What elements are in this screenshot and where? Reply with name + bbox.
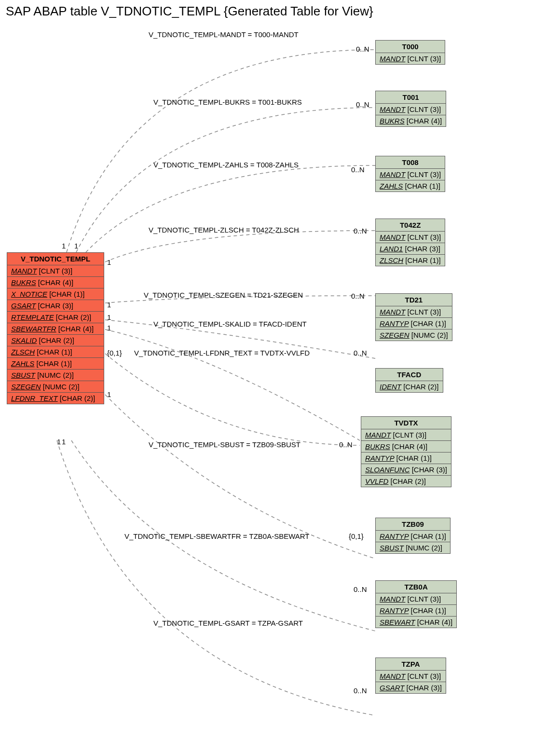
entity-tfacd: TFACD IDENT [CHAR (2)] bbox=[375, 368, 443, 393]
er-diagram: V_TDNOTIC_TEMPL MANDT [CLNT (3)] BUKRS [… bbox=[4, 21, 556, 754]
entity-field: RANTYP [CHAR (1)] bbox=[361, 452, 451, 464]
entity-field: SBEWART [CHAR (4)] bbox=[376, 617, 456, 628]
entity-field: SZEGEN [NUMC (2)] bbox=[376, 329, 452, 341]
entity-field: VVLFD [CHAR (2)] bbox=[361, 476, 451, 487]
entity-t000: T000 MANDT [CLNT (3)] bbox=[375, 40, 445, 65]
entity-field: LAND1 [CHAR (3)] bbox=[376, 243, 445, 255]
cardinality-left: 1 bbox=[107, 324, 111, 332]
relation-label: V_TDNOTIC_TEMPL-MANDT = T000-MANDT bbox=[149, 30, 299, 39]
relation-label: V_TDNOTIC_TEMPL-GSART = TZPA-GSART bbox=[153, 619, 303, 627]
cardinality-left: {0,1} bbox=[107, 349, 122, 357]
relation-label: V_TDNOTIC_TEMPL-SBUST = TZB09-SBUST bbox=[149, 440, 300, 449]
entity-header: TZB0A bbox=[376, 581, 456, 593]
entity-field: BUKRS [CHAR (4)] bbox=[361, 441, 451, 452]
relation-label: V_TDNOTIC_TEMPL-SKALID = TFACD-IDENT bbox=[153, 320, 307, 328]
entity-main-field: ZLSCH [CHAR (1)] bbox=[7, 346, 104, 358]
entity-header: TZB09 bbox=[376, 518, 450, 531]
entity-main-header: V_TDNOTIC_TEMPL bbox=[7, 253, 104, 265]
entity-tzpa: TZPA MANDT [CLNT (3)] GSART [CHAR (3)] bbox=[375, 658, 446, 694]
entity-field: IDENT [CHAR (2)] bbox=[376, 381, 443, 392]
entity-field: MANDT [CLNT (3)] bbox=[361, 429, 451, 441]
entity-main-field: BUKRS [CHAR (4)] bbox=[7, 277, 104, 288]
entity-td21: TD21 MANDT [CLNT (3)] RANTYP [CHAR (1)] … bbox=[375, 293, 452, 341]
relation-label: V_TDNOTIC_TEMPL-LFDNR_TEXT = TVDTX-VVLFD bbox=[134, 349, 310, 357]
entity-field: GSART [CHAR (3)] bbox=[376, 682, 446, 693]
entity-main: V_TDNOTIC_TEMPL MANDT [CLNT (3)] BUKRS [… bbox=[7, 252, 104, 404]
entity-field: MANDT [CLNT (3)] bbox=[376, 232, 445, 243]
entity-main-field: MANDT [CLNT (3)] bbox=[7, 265, 104, 277]
cardinality-right: 0..N bbox=[354, 227, 367, 235]
entity-field: MANDT [CLNT (3)] bbox=[376, 593, 456, 605]
cardinality-right: 0..N bbox=[356, 45, 369, 53]
cardinality-left: 1 bbox=[74, 242, 78, 250]
entity-field: BUKRS [CHAR (4)] bbox=[376, 115, 446, 126]
cardinality-right: 0..N bbox=[354, 686, 367, 695]
cardinality-left: 1 bbox=[107, 301, 111, 309]
cardinality-left: 1 bbox=[107, 313, 111, 321]
entity-field: MANDT [CLNT (3)] bbox=[376, 169, 445, 180]
entity-field: ZAHLS [CHAR (1)] bbox=[376, 180, 445, 192]
entity-header: TVDTX bbox=[361, 417, 451, 429]
entity-field: MANDT [CLNT (3)] bbox=[376, 306, 452, 318]
entity-field: SBUST [NUMC (2)] bbox=[376, 542, 450, 553]
cardinality-right: 0..N bbox=[351, 292, 365, 300]
entity-header: TD21 bbox=[376, 294, 452, 306]
entity-field: MANDT [CLNT (3)] bbox=[376, 53, 445, 64]
relation-label: V_TDNOTIC_TEMPL-ZLSCH = T042Z-ZLSCH bbox=[149, 226, 299, 234]
entity-field: RANTYP [CHAR (1)] bbox=[376, 605, 456, 617]
entity-tvdtx: TVDTX MANDT [CLNT (3)] BUKRS [CHAR (4)] … bbox=[361, 416, 451, 487]
entity-header: TFACD bbox=[376, 369, 443, 381]
entity-field: MANDT [CLNT (3)] bbox=[376, 671, 446, 682]
entity-t008: T008 MANDT [CLNT (3)] ZAHLS [CHAR (1)] bbox=[375, 156, 445, 192]
page-title: SAP ABAP table V_TDNOTIC_TEMPL {Generate… bbox=[6, 4, 560, 19]
cardinality-left: 1 bbox=[62, 438, 66, 446]
cardinality-right: {0,1} bbox=[349, 532, 364, 540]
entity-main-field: SBUST [NUMC (2)] bbox=[7, 370, 104, 381]
relation-label: V_TDNOTIC_TEMPL-SZEGEN = TD21-SZEGEN bbox=[144, 291, 303, 299]
relation-label: V_TDNOTIC_TEMPL-ZAHLS = T008-ZAHLS bbox=[153, 161, 299, 169]
entity-t001: T001 MANDT [CLNT (3)] BUKRS [CHAR (4)] bbox=[375, 91, 446, 127]
relation-label: V_TDNOTIC_TEMPL-SBEWARTFR = TZB0A-SBEWAR… bbox=[124, 532, 310, 540]
entity-header: T042Z bbox=[376, 219, 445, 232]
cardinality-right: 0..N bbox=[356, 100, 369, 109]
cardinality-left: 1 bbox=[107, 390, 111, 398]
entity-header: T001 bbox=[376, 91, 446, 104]
cardinality-right: 0..N bbox=[339, 440, 353, 449]
cardinality-left: 1 bbox=[57, 438, 61, 446]
entity-main-field: SZEGEN [NUMC (2)] bbox=[7, 381, 104, 393]
entity-field: MANDT [CLNT (3)] bbox=[376, 104, 446, 115]
entity-header: T000 bbox=[376, 41, 445, 53]
entity-field: RANTYP [CHAR (1)] bbox=[376, 531, 450, 542]
cardinality-right: 0..N bbox=[354, 585, 367, 593]
entity-main-field: SBEWARTFR [CHAR (4)] bbox=[7, 323, 104, 335]
entity-header: TZPA bbox=[376, 658, 446, 671]
entity-t042z: T042Z MANDT [CLNT (3)] LAND1 [CHAR (3)] … bbox=[375, 219, 445, 266]
entity-main-field: SKALID [CHAR (2)] bbox=[7, 335, 104, 346]
entity-tzb09: TZB09 RANTYP [CHAR (1)] SBUST [NUMC (2)] bbox=[375, 518, 451, 554]
cardinality-right: 0..N bbox=[351, 165, 365, 174]
entity-tzb0a: TZB0A MANDT [CLNT (3)] RANTYP [CHAR (1)]… bbox=[375, 580, 457, 628]
entity-main-field: RTEMPLATE [CHAR (2)] bbox=[7, 312, 104, 323]
cardinality-right: 0..N bbox=[354, 349, 367, 357]
entity-main-field: ZAHLS [CHAR (1)] bbox=[7, 358, 104, 370]
entity-main-field: X_NOTICE [CHAR (1)] bbox=[7, 288, 104, 300]
entity-field: RANTYP [CHAR (1)] bbox=[376, 318, 452, 329]
cardinality-left: 1 bbox=[107, 258, 111, 266]
cardinality-left: 1 bbox=[62, 242, 66, 250]
entity-field: ZLSCH [CHAR (1)] bbox=[376, 255, 445, 266]
relation-label: V_TDNOTIC_TEMPL-BUKRS = T001-BUKRS bbox=[153, 98, 302, 106]
entity-main-field: LFDNR_TEXT [CHAR (2)] bbox=[7, 393, 104, 404]
entity-main-field: GSART [CHAR (3)] bbox=[7, 300, 104, 312]
entity-header: T008 bbox=[376, 156, 445, 169]
entity-field: SLOANFUNC [CHAR (3)] bbox=[361, 464, 451, 476]
